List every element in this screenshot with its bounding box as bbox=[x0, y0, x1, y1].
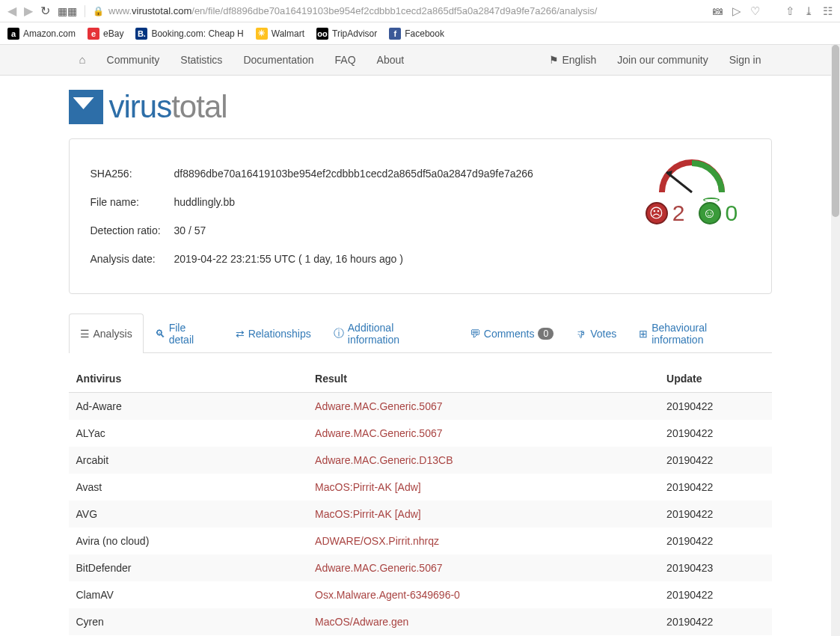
tab-analysis[interactable]: ☰ Analysis bbox=[69, 314, 144, 353]
antivirus-cell: ClamAV bbox=[69, 581, 308, 608]
ratio-label: Detection ratio: bbox=[91, 217, 173, 244]
bookmark-label: TripAdvisor bbox=[332, 28, 377, 39]
flag-icon: ⚑ bbox=[549, 45, 559, 75]
nav-links: CommunityStatisticsDocumentationFAQAbout bbox=[96, 45, 415, 75]
bookmark-walmart[interactable]: ✳Walmart bbox=[256, 28, 304, 40]
tab-behavioural-label: Behavioural information bbox=[652, 322, 760, 346]
nav-about[interactable]: About bbox=[367, 54, 415, 66]
gauge-area: ☹ 2 ☺ 0 bbox=[632, 159, 752, 274]
nav-faq[interactable]: FAQ bbox=[325, 54, 367, 66]
join-link[interactable]: Join our community bbox=[607, 45, 718, 75]
apps-button[interactable]: ▦▦ bbox=[58, 5, 77, 17]
camera-icon[interactable]: 📷︎ bbox=[712, 4, 723, 18]
thumbs-down-icon: 👎︎ bbox=[576, 328, 586, 340]
bookmark-facebook[interactable]: fFacebook bbox=[389, 28, 444, 40]
result-cell: Adware.MAC.Generic.5067 bbox=[307, 420, 659, 447]
back-button: ◀ bbox=[7, 4, 16, 18]
table-row: Ad-AwareAdware.MAC.Generic.506720190422 bbox=[69, 393, 772, 421]
bookmarks-bar: aAmazon.comeeBayB.Booking.com: Cheap H✳W… bbox=[0, 22, 840, 45]
list-icon: ☰ bbox=[80, 328, 90, 340]
browser-toolbar: ◀ ▶ ↻ ▦▦ 🔒 www.virustotal.com/en/file/df… bbox=[0, 0, 840, 22]
bookmark-label: Walmart bbox=[272, 28, 304, 39]
search-icon: 🔍︎ bbox=[155, 328, 165, 340]
happy-face-icon: ☺ bbox=[699, 202, 721, 224]
reload-button[interactable]: ↻ bbox=[40, 4, 50, 18]
result-cell: Adware.MAC.Generic.D13CB bbox=[307, 447, 659, 474]
send-icon[interactable]: ▷ bbox=[732, 4, 741, 18]
signin-link[interactable]: Sign in bbox=[719, 45, 772, 75]
bookmark-label: Amazon.com bbox=[23, 28, 76, 39]
col-antivirus: Antivirus bbox=[69, 365, 308, 393]
ratio-value: 30 / 57 bbox=[174, 217, 616, 244]
antivirus-cell: AVG bbox=[69, 501, 308, 528]
url-bar[interactable]: 🔒 www.virustotal.com/en/file/df8896dbe70… bbox=[93, 5, 705, 16]
result-cell: MacOS:Pirrit-AK [Adw] bbox=[307, 474, 659, 501]
tab-additional-label: Additional information bbox=[348, 322, 447, 346]
bookmark-icon: f bbox=[389, 28, 401, 40]
vote-bad[interactable]: ☹ 2 bbox=[646, 201, 685, 226]
sha256-label: SHA256: bbox=[91, 160, 173, 187]
result-cell: Osx.Malware.Agent-6349696-0 bbox=[307, 581, 659, 608]
nav-statistics[interactable]: Statistics bbox=[170, 54, 233, 66]
tab-votes[interactable]: 👎︎ Votes bbox=[565, 314, 628, 353]
tab-file-detail[interactable]: 🔍︎ File detail bbox=[144, 314, 224, 353]
angry-face-icon: ☹ bbox=[646, 202, 668, 224]
date-value: 2019-04-22 23:21:55 UTC ( 1 day, 16 hour… bbox=[174, 245, 616, 272]
bookmark-amazon[interactable]: aAmazon.com bbox=[7, 28, 76, 40]
logo-mark bbox=[69, 90, 103, 124]
forward-button: ▶ bbox=[24, 4, 33, 18]
update-cell: 20190422 bbox=[659, 581, 771, 608]
tab-relationships[interactable]: ⇄ Relationships bbox=[224, 314, 322, 353]
download-icon[interactable]: ⤓ bbox=[804, 4, 814, 18]
bookmark-icon: e bbox=[88, 28, 99, 40]
date-label: Analysis date: bbox=[91, 245, 173, 272]
tab-additional-info[interactable]: ⓘ Additional information bbox=[322, 314, 459, 353]
tab-behavioural[interactable]: ⊞ Behavioural information bbox=[628, 314, 771, 353]
update-cell: 20190422 bbox=[659, 393, 771, 421]
vote-good[interactable]: ☺ 0 bbox=[699, 201, 738, 226]
bookmark-icon: ✳ bbox=[256, 28, 268, 40]
bookmark-ebay[interactable]: eeBay bbox=[88, 28, 123, 40]
antivirus-cell: Avast bbox=[69, 474, 308, 501]
result-cell: Adware.MAC.Generic.5067 bbox=[307, 554, 659, 581]
logo-area: virustotal bbox=[69, 76, 772, 138]
language-selector[interactable]: ⚑ English bbox=[539, 45, 607, 75]
bookmark-booking[interactable]: B.Booking.com: Cheap H bbox=[135, 28, 243, 40]
nav-community[interactable]: Community bbox=[96, 54, 171, 66]
result-cell: MacOS/Adware.gen bbox=[307, 608, 659, 635]
toolbar-right-icons: 📷︎ ▷ ♡ ⇧ ⤓ ☷ bbox=[712, 4, 833, 18]
shuffle-icon: ⇄ bbox=[236, 328, 245, 340]
table-row: BitDefenderAdware.MAC.Generic.5067201904… bbox=[69, 554, 772, 581]
bookmark-icon: B. bbox=[135, 28, 147, 40]
result-cell: Adware.MAC.Generic.5067 bbox=[307, 393, 659, 421]
tab-relationships-label: Relationships bbox=[248, 328, 311, 340]
heart-icon[interactable]: ♡ bbox=[750, 4, 760, 18]
update-cell: 20190422 bbox=[659, 528, 771, 554]
result-cell: MacOS:Pirrit-AK [Adw] bbox=[307, 501, 659, 528]
antivirus-cell: Cyren bbox=[69, 608, 308, 635]
gauge-icon bbox=[647, 159, 737, 196]
vote-good-count: 0 bbox=[726, 201, 738, 226]
home-link[interactable]: ⌂ bbox=[69, 45, 96, 75]
tab-comments[interactable]: 💬︎ Comments 0 bbox=[459, 314, 565, 353]
virustotal-logo[interactable]: virustotal bbox=[69, 89, 772, 125]
nav-documentation[interactable]: Documentation bbox=[233, 54, 324, 66]
tab-votes-label: Votes bbox=[590, 328, 616, 340]
page-scrollbar-thumb[interactable] bbox=[832, 45, 839, 217]
antivirus-cell: Avira (no cloud) bbox=[69, 528, 308, 554]
update-cell: 20190422 bbox=[659, 447, 771, 474]
result-cell: ADWARE/OSX.Pirrit.nhrqz bbox=[307, 528, 659, 554]
filename-value: huddlingly.bb bbox=[174, 189, 616, 215]
comment-icon: 💬︎ bbox=[470, 328, 480, 340]
settings-icon[interactable]: ☷ bbox=[823, 4, 833, 18]
share-icon[interactable]: ⇧ bbox=[785, 4, 795, 18]
bookmark-tripadvisor[interactable]: ooTripAdvisor bbox=[316, 28, 377, 40]
antivirus-cell: Arcabit bbox=[69, 447, 308, 474]
table-row: ALYacAdware.MAC.Generic.506720190422 bbox=[69, 420, 772, 447]
update-cell: 20190422 bbox=[659, 608, 771, 635]
page-scrollbar[interactable] bbox=[831, 45, 840, 636]
table-row: Avira (no cloud)ADWARE/OSX.Pirrit.nhrqz2… bbox=[69, 528, 772, 554]
update-cell: 20190423 bbox=[659, 554, 771, 581]
bookmark-icon: oo bbox=[316, 28, 328, 40]
table-row: CyrenMacOS/Adware.gen20190422 bbox=[69, 608, 772, 635]
